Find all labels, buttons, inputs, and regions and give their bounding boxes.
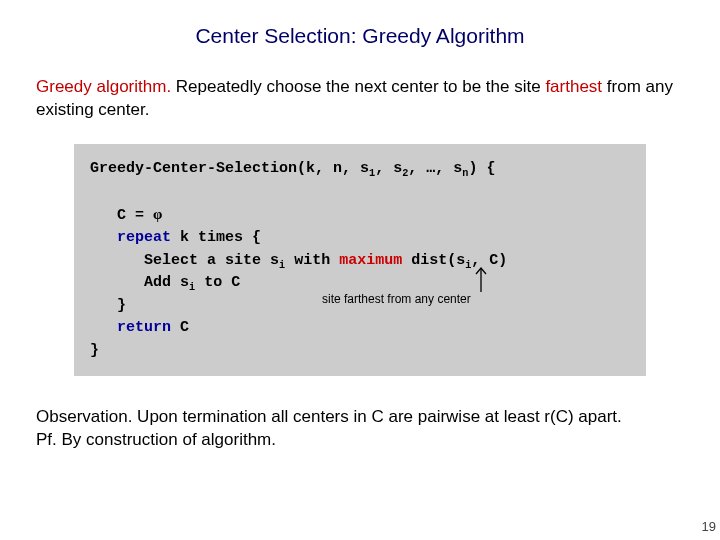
code-line-1: Greedy-Center-Selection(k, n, s1, s2, …,… bbox=[90, 158, 630, 181]
highlight-maximum: maximum bbox=[339, 252, 402, 269]
intro-lead: Greedy algorithm. bbox=[36, 77, 176, 96]
code-text: } bbox=[90, 297, 126, 314]
code-text: ) { bbox=[468, 160, 495, 177]
code-text: Add s bbox=[90, 274, 189, 291]
page-title: Center Selection: Greedy Algorithm bbox=[36, 24, 684, 48]
code-line-9: } bbox=[90, 340, 630, 363]
code-line-8: return C bbox=[90, 317, 630, 340]
pseudocode-box: Greedy-Center-Selection(k, n, s1, s2, …,… bbox=[74, 144, 646, 377]
code-text: , …, s bbox=[408, 160, 462, 177]
code-text: C = bbox=[90, 207, 153, 224]
intro-paragraph: Greedy algorithm. Repeatedly choose the … bbox=[36, 76, 684, 122]
code-text: , s bbox=[375, 160, 402, 177]
page-number: 19 bbox=[702, 519, 716, 534]
intro-text-a: Repeatedly choose the next center to be … bbox=[176, 77, 546, 96]
code-text: } bbox=[90, 342, 99, 359]
code-text: C bbox=[171, 319, 189, 336]
annotation-label: site farthest from any center bbox=[322, 290, 582, 308]
code-line-4: repeat k times { bbox=[90, 227, 630, 250]
keyword-repeat: repeat bbox=[117, 229, 171, 246]
proof-text: Pf. By construction of algorithm. bbox=[36, 430, 276, 449]
code-text: Select a site s bbox=[90, 252, 279, 269]
code-text: with bbox=[285, 252, 339, 269]
code-text bbox=[90, 319, 117, 336]
code-line-3: C = φ bbox=[90, 203, 630, 228]
code-text: dist(s bbox=[402, 252, 465, 269]
keyword-return: return bbox=[117, 319, 171, 336]
code-text: Greedy-Center-Selection(k, n, s bbox=[90, 160, 369, 177]
code-text: k times { bbox=[171, 229, 261, 246]
observation-paragraph: Observation. Upon termination all center… bbox=[36, 406, 684, 452]
code-line-5: Select a site si with maximum dist(si, C… bbox=[90, 250, 630, 273]
code-blank-line bbox=[90, 180, 630, 203]
intro-farthest: farthest bbox=[545, 77, 602, 96]
code-text: to C bbox=[195, 274, 240, 291]
observation-text: Upon termination all centers in C are pa… bbox=[137, 407, 622, 426]
phi-symbol: φ bbox=[153, 206, 162, 222]
code-text bbox=[90, 229, 117, 246]
code-text: , C) bbox=[471, 252, 507, 269]
observation-lead: Observation. bbox=[36, 407, 137, 426]
